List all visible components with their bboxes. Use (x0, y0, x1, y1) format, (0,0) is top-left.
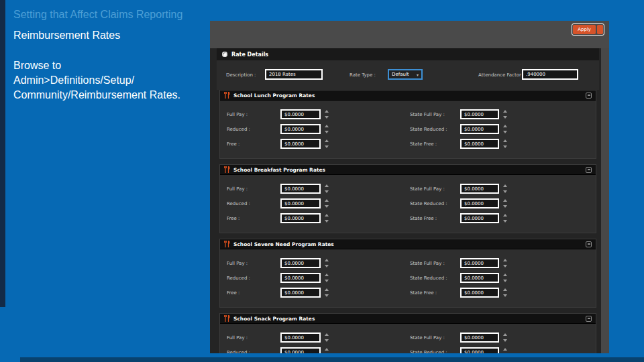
spinner-down-button[interactable] (503, 339, 507, 342)
apply-button[interactable]: Apply (573, 25, 596, 34)
spinner-up-button[interactable] (503, 259, 507, 261)
spinner-down-button[interactable] (325, 294, 329, 297)
description-input[interactable] (265, 69, 323, 80)
spinner-up-button[interactable] (503, 139, 507, 142)
row-right-label: State Reduced : (410, 127, 447, 132)
spinner-down-button[interactable] (503, 220, 507, 223)
row-right-input[interactable] (460, 213, 499, 223)
spinner-up-button[interactable] (325, 288, 329, 291)
row-right-input[interactable] (460, 109, 499, 119)
row-right-input[interactable] (460, 139, 499, 149)
right-value-spinner (502, 333, 508, 342)
section-header[interactable]: School Lunch Program Rates (220, 90, 596, 101)
slide-body-line: Admin>Definitions/Setup/ (13, 73, 215, 88)
spinner-up-button[interactable] (325, 259, 329, 261)
spinner-up-button[interactable] (325, 348, 329, 351)
attendance-factor-input[interactable] (522, 69, 578, 80)
right-value-spinner (502, 199, 508, 208)
spinner-down-button[interactable] (325, 280, 329, 282)
program-rates-section: School Lunch Program Rates Full Pay : St… (219, 90, 596, 159)
section-header[interactable]: School Snack Program Rates (220, 314, 596, 324)
spinner-up-button[interactable] (325, 139, 329, 142)
left-value-spinner (323, 214, 330, 223)
spinner-down-button[interactable] (503, 294, 507, 297)
row-right-input[interactable] (460, 258, 499, 268)
right-value-spinner (502, 259, 508, 267)
spinner-up-button[interactable] (325, 333, 329, 336)
row-left-input[interactable] (280, 213, 321, 223)
spinner-up-button[interactable] (325, 214, 329, 217)
spinner-up-button[interactable] (503, 214, 507, 217)
collapse-icon[interactable] (586, 316, 592, 322)
row-left-label: Reduced : (227, 276, 250, 281)
spinner-up-button[interactable] (503, 288, 507, 291)
spinner-down-button[interactable] (325, 205, 329, 208)
slide-body-line: Community/Reimbursement Rates. (13, 88, 215, 103)
spinner-down-button[interactable] (503, 205, 507, 208)
collapse-icon[interactable] (586, 241, 592, 247)
row-left-input[interactable] (280, 258, 321, 268)
collapse-icon[interactable] (586, 167, 592, 173)
apply-menu-button[interactable] (597, 25, 603, 34)
utensils-icon (224, 241, 230, 248)
spinner-down-button[interactable] (325, 190, 329, 193)
spinner-up-button[interactable] (325, 125, 329, 127)
spinner-down-button[interactable] (503, 145, 507, 148)
left-value-spinner (323, 274, 330, 282)
collapse-icon[interactable] (586, 93, 592, 99)
row-left-input[interactable] (280, 333, 321, 343)
spinner-down-button[interactable] (325, 145, 329, 148)
rate-details-icon (222, 52, 227, 57)
row-right-input[interactable] (460, 333, 499, 343)
row-left-input[interactable] (280, 198, 321, 208)
spinner-up-button[interactable] (325, 199, 329, 202)
spinner-up-button[interactable] (503, 333, 507, 336)
left-value-spinner (323, 139, 330, 148)
row-left-input[interactable] (280, 347, 321, 353)
spinner-down-button[interactable] (503, 265, 507, 267)
spinner-down-button[interactable] (325, 265, 329, 267)
row-left-input[interactable] (280, 109, 321, 119)
row-left-input[interactable] (280, 124, 321, 134)
row-right-input[interactable] (460, 288, 499, 298)
row-left-label: Full Pay : (227, 186, 248, 192)
rate-row: Reduced : State Reduced : (220, 273, 596, 283)
rate-type-select[interactable]: Default ▾ (388, 69, 423, 80)
spinner-down-button[interactable] (503, 190, 507, 193)
row-right-label: State Free : (410, 290, 437, 296)
row-right-label: State Reduced : (410, 276, 447, 281)
row-right-input[interactable] (460, 347, 499, 353)
row-left-input[interactable] (280, 273, 321, 283)
left-value-spinner (323, 199, 330, 208)
spinner-down-button[interactable] (325, 116, 329, 119)
row-left-input[interactable] (280, 288, 321, 298)
row-right-input[interactable] (460, 198, 499, 208)
left-value-spinner (323, 288, 330, 297)
app-screenshot: Apply Rate Details Description : Rate Ty… (210, 21, 609, 353)
section-header[interactable]: School Breakfast Program Rates (220, 165, 596, 175)
spinner-up-button[interactable] (325, 184, 329, 187)
spinner-down-button[interactable] (503, 131, 507, 133)
row-right-input[interactable] (460, 184, 499, 194)
vertical-scrollbar[interactable] (601, 48, 609, 353)
spinner-up-button[interactable] (325, 274, 329, 276)
spinner-up-button[interactable] (325, 110, 329, 113)
row-left-input[interactable] (280, 139, 321, 149)
utensils-icon (224, 166, 230, 174)
spinner-up-button[interactable] (503, 125, 507, 127)
utensils-icon (224, 315, 230, 322)
spinner-down-button[interactable] (325, 220, 329, 223)
spinner-up-button[interactable] (503, 348, 507, 351)
spinner-up-button[interactable] (503, 184, 507, 187)
spinner-down-button[interactable] (325, 131, 329, 133)
spinner-up-button[interactable] (503, 110, 507, 113)
spinner-up-button[interactable] (503, 199, 507, 202)
row-right-input[interactable] (460, 273, 499, 283)
spinner-down-button[interactable] (503, 280, 507, 282)
section-header[interactable]: School Severe Need Program Rates (220, 239, 596, 249)
spinner-up-button[interactable] (503, 274, 507, 276)
spinner-down-button[interactable] (325, 339, 329, 342)
row-right-input[interactable] (460, 124, 499, 134)
spinner-down-button[interactable] (503, 116, 507, 119)
row-left-input[interactable] (280, 184, 321, 194)
